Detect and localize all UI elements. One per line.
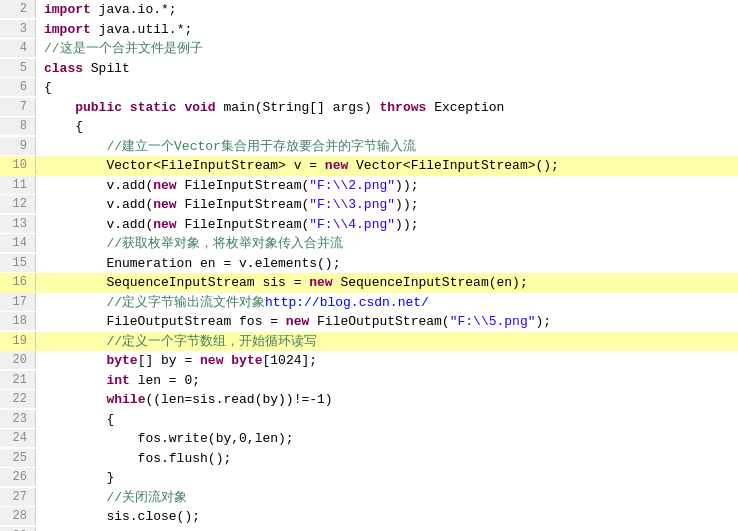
line-number: 17	[0, 293, 36, 311]
str-token: "F:\\5.png"	[450, 314, 536, 329]
line-content: //这是一个合并文件是例子	[36, 39, 738, 59]
comment-cn-token: //这是一个合并文件是例子	[44, 41, 203, 56]
generic-token: Spilt	[83, 61, 130, 76]
generic-token: [] by =	[138, 353, 200, 368]
generic-token: Vector<FileInputStream> v =	[44, 158, 325, 173]
line-row: 5class Spilt	[0, 59, 738, 79]
kw-token: class	[44, 61, 83, 76]
line-row: 19 //定义一个字节数组，开始循环读写	[0, 332, 738, 352]
kw-token: import	[44, 2, 91, 17]
line-row: 2import java.io.*;	[0, 0, 738, 20]
generic-token: fos.write(by,0,len);	[44, 431, 294, 446]
generic-token: Exception	[426, 100, 504, 115]
line-row: 11 v.add(new FileInputStream("F:\\2.png"…	[0, 176, 738, 196]
line-content: sis.close();	[36, 507, 738, 527]
line-number: 26	[0, 468, 36, 486]
line-content: int len = 0;	[36, 371, 738, 391]
line-number: 5	[0, 59, 36, 77]
line-row: 20 byte[] by = new byte[1024];	[0, 351, 738, 371]
line-content: v.add(new FileInputStream("F:\\2.png"));	[36, 176, 738, 196]
generic-token: FileOutputStream fos =	[44, 314, 286, 329]
kw-token: new	[153, 178, 176, 193]
generic-token: SequenceInputStream sis =	[44, 275, 309, 290]
kw-token: new	[153, 217, 176, 232]
kw-token: new	[286, 314, 309, 329]
line-content: //获取枚举对象，将枚举对象传入合并流	[36, 234, 738, 254]
line-row: 10 Vector<FileInputStream> v = new Vecto…	[0, 156, 738, 176]
generic-token: SequenceInputStream(en);	[333, 275, 528, 290]
line-content: //关闭流对象	[36, 488, 738, 508]
generic-token: {	[44, 412, 114, 427]
generic-token	[44, 334, 106, 349]
line-row: 18 FileOutputStream fos = new FileOutput…	[0, 312, 738, 332]
generic-token: v.add(	[44, 217, 153, 232]
line-row: 23 {	[0, 410, 738, 430]
line-number: 11	[0, 176, 36, 194]
line-content: {	[36, 410, 738, 430]
line-row: 21 int len = 0;	[0, 371, 738, 391]
line-content: fos.close();	[36, 527, 738, 532]
generic-token: sis.close();	[44, 509, 200, 524]
line-content: fos.flush();	[36, 449, 738, 469]
kw-token: new	[325, 158, 348, 173]
kw-token: int	[106, 373, 129, 388]
line-content: v.add(new FileInputStream("F:\\3.png"));	[36, 195, 738, 215]
comment-cn-token: //建立一个Vector集合用于存放要合并的字节输入流	[106, 139, 415, 154]
generic-token: Vector<FileInputStream>();	[348, 158, 559, 173]
line-number: 6	[0, 78, 36, 96]
line-row: 26 }	[0, 468, 738, 488]
generic-token: ));	[395, 217, 418, 232]
code-editor: 2import java.io.*;3import java.util.*;4/…	[0, 0, 738, 531]
line-row: 15 Enumeration en = v.elements();	[0, 254, 738, 274]
line-number: 22	[0, 390, 36, 408]
kw-token: import	[44, 22, 91, 37]
line-content: Vector<FileInputStream> v = new Vector<F…	[36, 156, 738, 176]
line-row: 25 fos.flush();	[0, 449, 738, 469]
line-number: 7	[0, 98, 36, 116]
generic-token: v.add(	[44, 178, 153, 193]
generic-token: fos.flush();	[44, 451, 231, 466]
line-content: {	[36, 78, 738, 98]
kw-token: void	[184, 100, 215, 115]
generic-token: FileInputStream(	[177, 178, 310, 193]
generic-token: ));	[395, 197, 418, 212]
line-content: byte[] by = new byte[1024];	[36, 351, 738, 371]
kw-token: byte	[106, 353, 137, 368]
line-number: 10	[0, 156, 36, 174]
str-token: "F:\\3.png"	[309, 197, 395, 212]
url-token: http://blog.csdn.net/	[265, 295, 429, 310]
generic-token: len = 0;	[130, 373, 200, 388]
generic-token	[44, 100, 75, 115]
line-number: 29	[0, 527, 36, 532]
line-row: 12 v.add(new FileInputStream("F:\\3.png"…	[0, 195, 738, 215]
generic-token	[44, 353, 106, 368]
generic-token: java.io.*;	[91, 2, 177, 17]
generic-token: [1024];	[263, 353, 318, 368]
line-row: 8 {	[0, 117, 738, 137]
line-number: 21	[0, 371, 36, 389]
generic-token	[44, 139, 106, 154]
line-number: 8	[0, 117, 36, 135]
line-row: 7 public static void main(String[] args)…	[0, 98, 738, 118]
line-number: 3	[0, 20, 36, 38]
line-number: 15	[0, 254, 36, 272]
line-content: import java.util.*;	[36, 20, 738, 40]
generic-token	[44, 295, 106, 310]
kw-token: while	[106, 392, 145, 407]
line-content: while((len=sis.read(by))!=-1)	[36, 390, 738, 410]
line-row: 22 while((len=sis.read(by))!=-1)	[0, 390, 738, 410]
line-content: //定义一个字节数组，开始循环读写	[36, 332, 738, 352]
line-content: }	[36, 468, 738, 488]
generic-token: {	[44, 80, 52, 95]
kw-token: byte	[231, 353, 262, 368]
line-row: 28 sis.close();	[0, 507, 738, 527]
comment-cn-token: //获取枚举对象，将枚举对象传入合并流	[106, 236, 343, 251]
generic-token: {	[44, 119, 83, 134]
line-content: import java.io.*;	[36, 0, 738, 20]
line-number: 14	[0, 234, 36, 252]
comment-cn-token: //定义一个字节数组，开始循环读写	[106, 334, 317, 349]
kw-token: throws	[380, 100, 427, 115]
kw-token: new	[200, 353, 223, 368]
generic-token: );	[536, 314, 552, 329]
line-number: 16	[0, 273, 36, 291]
